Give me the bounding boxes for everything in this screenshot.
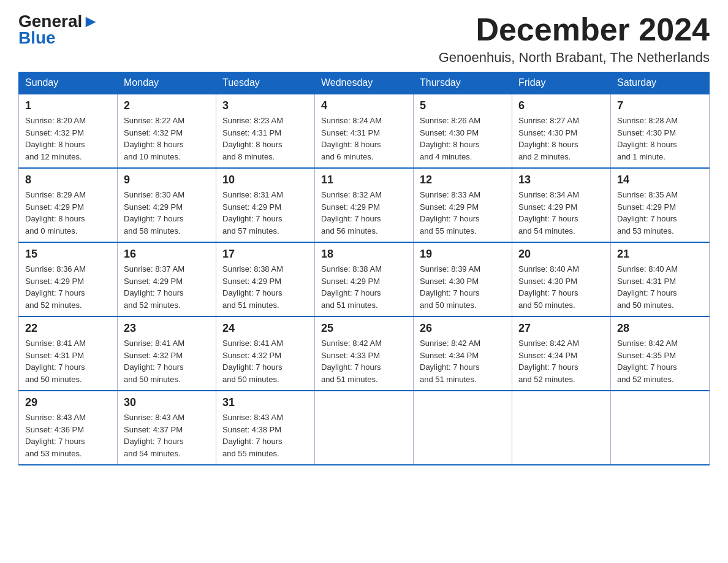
calendar-cell: 6 Sunrise: 8:27 AM Sunset: 4:30 PM Dayli… [512, 94, 611, 168]
day-header-wednesday: Wednesday [315, 72, 414, 94]
sunrise-text: Sunrise: 8:41 AM [25, 339, 86, 348]
sunrise-text: Sunrise: 8:37 AM [124, 264, 184, 274]
daylight-text: Daylight: 7 hours [124, 437, 184, 446]
sunrise-text: Sunrise: 8:39 AM [420, 264, 480, 274]
day-number: 16 [124, 248, 210, 261]
sunrise-text: Sunrise: 8:32 AM [321, 190, 382, 199]
daylight-text: Daylight: 8 hours [518, 140, 578, 149]
daylight-text: Daylight: 7 hours [321, 288, 381, 297]
sunset-text: Sunset: 4:35 PM [617, 351, 676, 360]
day-info: Sunrise: 8:28 AM Sunset: 4:30 PM Dayligh… [617, 115, 703, 163]
day-info: Sunrise: 8:43 AM Sunset: 4:37 PM Dayligh… [124, 412, 210, 459]
day-info: Sunrise: 8:20 AM Sunset: 4:32 PM Dayligh… [25, 115, 111, 163]
calendar-cell: 24 Sunrise: 8:41 AM Sunset: 4:32 PM Dayl… [216, 316, 315, 391]
calendar-cell: 26 Sunrise: 8:42 AM Sunset: 4:34 PM Dayl… [414, 316, 512, 391]
day-info: Sunrise: 8:42 AM Sunset: 4:35 PM Dayligh… [617, 337, 703, 385]
sunset-text: Sunset: 4:29 PM [420, 202, 479, 212]
daylight-text2: and 51 minutes. [420, 375, 477, 384]
day-info: Sunrise: 8:42 AM Sunset: 4:34 PM Dayligh… [518, 337, 604, 385]
daylight-text2: and 10 minutes. [124, 152, 181, 161]
day-number: 25 [321, 322, 407, 335]
sunset-text: Sunset: 4:30 PM [617, 128, 676, 137]
sunrise-text: Sunrise: 8:38 AM [321, 264, 382, 274]
day-number: 26 [420, 322, 506, 335]
day-info: Sunrise: 8:30 AM Sunset: 4:29 PM Dayligh… [124, 189, 210, 237]
calendar-cell: 25 Sunrise: 8:42 AM Sunset: 4:33 PM Dayl… [315, 316, 414, 391]
day-info: Sunrise: 8:31 AM Sunset: 4:29 PM Dayligh… [222, 189, 308, 237]
daylight-text2: and 50 minutes. [222, 375, 279, 384]
sunrise-text: Sunrise: 8:36 AM [25, 264, 86, 274]
calendar-week-row: 1 Sunrise: 8:20 AM Sunset: 4:32 PM Dayli… [19, 94, 710, 168]
daylight-text2: and 55 minutes. [222, 449, 279, 458]
day-info: Sunrise: 8:41 AM Sunset: 4:31 PM Dayligh… [25, 337, 111, 385]
daylight-text: Daylight: 7 hours [222, 214, 282, 223]
daylight-text2: and 50 minutes. [617, 301, 674, 310]
sunset-text: Sunset: 4:37 PM [124, 425, 183, 434]
day-number: 28 [617, 322, 703, 335]
day-info: Sunrise: 8:42 AM Sunset: 4:33 PM Dayligh… [321, 337, 407, 385]
day-number: 6 [518, 99, 604, 112]
daylight-text: Daylight: 8 hours [124, 140, 184, 149]
calendar-cell: 30 Sunrise: 8:43 AM Sunset: 4:37 PM Dayl… [118, 391, 216, 465]
daylight-text2: and 4 minutes. [420, 152, 472, 161]
sunset-text: Sunset: 4:34 PM [518, 351, 577, 360]
sunrise-text: Sunrise: 8:28 AM [617, 116, 678, 125]
daylight-text2: and 51 minutes. [321, 375, 378, 384]
logo: General► Blue [18, 12, 99, 48]
daylight-text2: and 52 minutes. [25, 301, 82, 310]
calendar-header-row: SundayMondayTuesdayWednesdayThursdayFrid… [19, 72, 710, 94]
daylight-text: Daylight: 7 hours [518, 214, 578, 223]
day-number: 2 [124, 99, 210, 112]
calendar-cell: 17 Sunrise: 8:38 AM Sunset: 4:29 PM Dayl… [216, 242, 315, 316]
calendar-cell: 2 Sunrise: 8:22 AM Sunset: 4:32 PM Dayli… [118, 94, 216, 168]
daylight-text2: and 51 minutes. [222, 301, 279, 310]
calendar-cell [315, 391, 414, 465]
title-block: December 2024 Genoenhuis, North Brabant,… [439, 12, 710, 66]
calendar-cell: 4 Sunrise: 8:24 AM Sunset: 4:31 PM Dayli… [315, 94, 414, 168]
daylight-text: Daylight: 8 hours [321, 140, 381, 149]
daylight-text: Daylight: 7 hours [25, 288, 85, 297]
calendar-cell [414, 391, 512, 465]
day-number: 20 [518, 248, 604, 261]
sunset-text: Sunset: 4:34 PM [420, 351, 479, 360]
daylight-text2: and 12 minutes. [25, 152, 82, 161]
day-number: 13 [518, 174, 604, 186]
calendar-cell: 18 Sunrise: 8:38 AM Sunset: 4:29 PM Dayl… [315, 242, 414, 316]
calendar-cell: 15 Sunrise: 8:36 AM Sunset: 4:29 PM Dayl… [19, 242, 118, 316]
daylight-text: Daylight: 7 hours [222, 437, 282, 446]
day-info: Sunrise: 8:34 AM Sunset: 4:29 PM Dayligh… [518, 189, 604, 237]
calendar-week-row: 8 Sunrise: 8:29 AM Sunset: 4:29 PM Dayli… [19, 168, 710, 242]
sunrise-text: Sunrise: 8:27 AM [518, 116, 579, 125]
daylight-text2: and 52 minutes. [518, 375, 575, 384]
calendar-cell: 21 Sunrise: 8:40 AM Sunset: 4:31 PM Dayl… [611, 242, 710, 316]
day-header-tuesday: Tuesday [216, 72, 315, 94]
daylight-text2: and 0 minutes. [25, 226, 77, 236]
day-info: Sunrise: 8:39 AM Sunset: 4:30 PM Dayligh… [420, 263, 506, 311]
daylight-text: Daylight: 7 hours [25, 437, 85, 446]
sunrise-text: Sunrise: 8:35 AM [617, 190, 678, 199]
day-info: Sunrise: 8:22 AM Sunset: 4:32 PM Dayligh… [124, 115, 210, 163]
location-subtitle: Genoenhuis, North Brabant, The Netherlan… [439, 50, 710, 66]
sunset-text: Sunset: 4:32 PM [124, 128, 183, 137]
day-info: Sunrise: 8:43 AM Sunset: 4:36 PM Dayligh… [25, 412, 111, 459]
daylight-text2: and 56 minutes. [321, 226, 378, 236]
calendar-cell: 9 Sunrise: 8:30 AM Sunset: 4:29 PM Dayli… [118, 168, 216, 242]
sunrise-text: Sunrise: 8:42 AM [420, 339, 480, 348]
sunset-text: Sunset: 4:31 PM [321, 128, 380, 137]
daylight-text2: and 53 minutes. [617, 226, 674, 236]
sunset-text: Sunset: 4:29 PM [617, 202, 676, 212]
daylight-text2: and 6 minutes. [321, 152, 373, 161]
daylight-text: Daylight: 7 hours [617, 362, 677, 372]
daylight-text2: and 58 minutes. [124, 226, 181, 236]
daylight-text: Daylight: 8 hours [25, 140, 85, 149]
sunset-text: Sunset: 4:33 PM [321, 351, 380, 360]
day-number: 18 [321, 248, 407, 261]
day-info: Sunrise: 8:41 AM Sunset: 4:32 PM Dayligh… [222, 337, 308, 385]
day-info: Sunrise: 8:41 AM Sunset: 4:32 PM Dayligh… [124, 337, 210, 385]
day-info: Sunrise: 8:37 AM Sunset: 4:29 PM Dayligh… [124, 263, 210, 311]
daylight-text2: and 50 minutes. [420, 301, 477, 310]
sunset-text: Sunset: 4:29 PM [25, 277, 84, 286]
daylight-text2: and 50 minutes. [25, 375, 82, 384]
calendar-week-row: 22 Sunrise: 8:41 AM Sunset: 4:31 PM Dayl… [19, 316, 710, 391]
sunset-text: Sunset: 4:36 PM [25, 425, 84, 434]
